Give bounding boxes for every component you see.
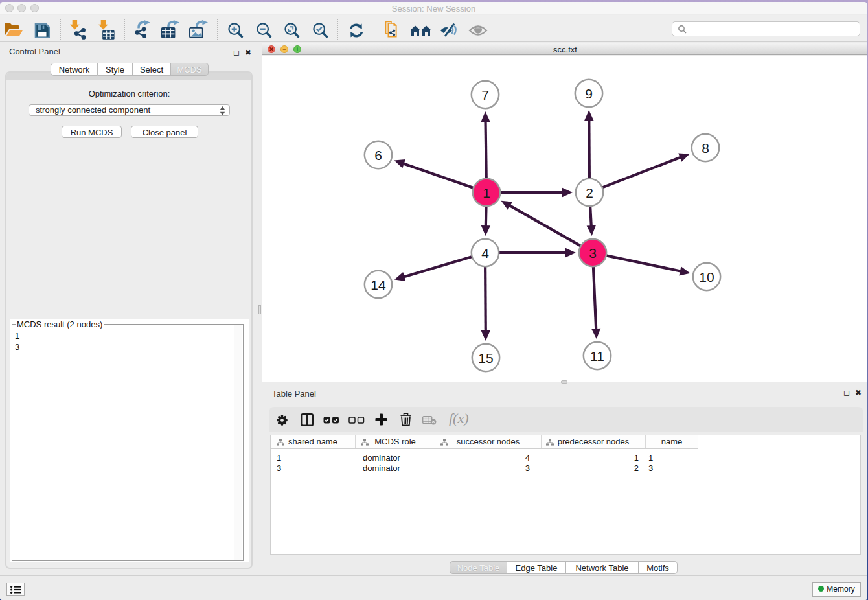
svg-text:4: 4 — [481, 246, 489, 260]
svg-text:14: 14 — [371, 277, 386, 292]
svg-text:3: 3 — [589, 246, 597, 260]
svg-text:9: 9 — [585, 86, 593, 101]
svg-text:10: 10 — [699, 270, 714, 284]
svg-text:11: 11 — [590, 349, 604, 363]
svg-text:2: 2 — [586, 185, 593, 200]
svg-text:1: 1 — [483, 185, 490, 200]
svg-text:7: 7 — [481, 87, 489, 102]
svg-text:8: 8 — [702, 141, 709, 156]
svg-text:15: 15 — [478, 351, 493, 365]
svg-text:6: 6 — [374, 148, 382, 163]
